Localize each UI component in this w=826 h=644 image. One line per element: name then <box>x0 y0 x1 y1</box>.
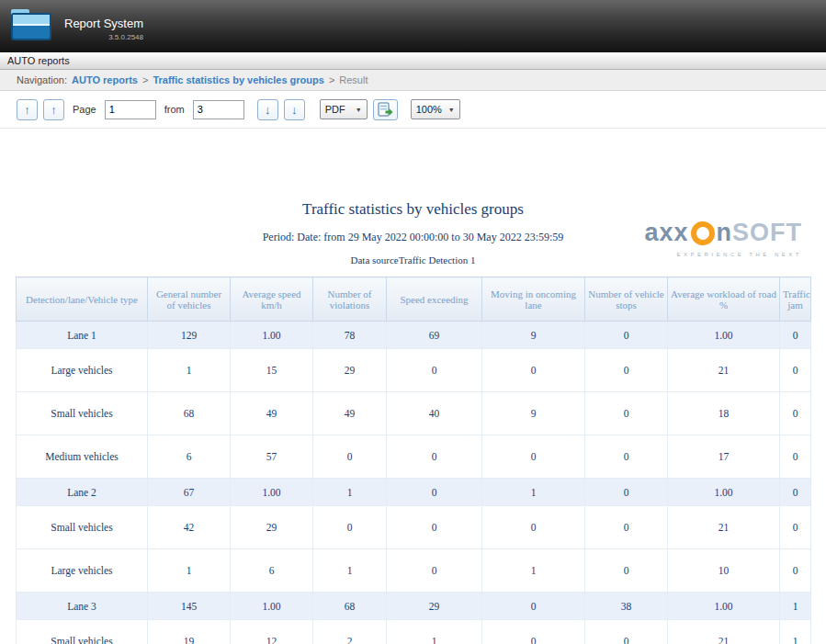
table-cell: 0 <box>482 593 585 620</box>
table-row: Small vehicles6849494090180 <box>17 392 811 435</box>
table-cell: 68 <box>148 392 231 435</box>
logo-o-ring-icon <box>691 221 715 245</box>
report-page: axx n SOFT EXPERIENCE THE NEXT Traffic s… <box>0 200 826 644</box>
table-cell: 9 <box>482 322 585 349</box>
table-cell: 29 <box>313 349 387 392</box>
column-header: Speed exceeding <box>387 277 482 322</box>
format-select[interactable]: PDF ▼ <box>320 99 368 119</box>
table-cell: 6 <box>148 435 231 479</box>
section-bar-auto-reports[interactable]: AUTO reports <box>0 52 826 70</box>
report-table-body: Lane 11291.007869901.000Large vehicles11… <box>17 322 811 644</box>
breadcrumb-item-report-name[interactable]: Traffic statistics by vehicles groups <box>153 74 323 85</box>
table-cell: 17 <box>668 435 780 479</box>
table-cell: 1 <box>313 479 387 506</box>
table-cell: 78 <box>313 322 387 349</box>
logo-text-n: n <box>717 219 733 247</box>
table-cell: 29 <box>387 593 482 620</box>
table-cell: 0 <box>780 322 811 349</box>
page-number-input[interactable] <box>105 100 156 119</box>
table-cell: 15 <box>231 349 313 392</box>
report-toolbar: ↑ ↑ Page from ↓ ↓ PDF ▼ 100% ▼ <box>0 91 826 129</box>
zoom-select-value: 100% <box>416 104 442 115</box>
table-cell: 18 <box>668 392 780 435</box>
column-header: Number of violations <box>313 277 387 322</box>
table-cell: 1 <box>482 549 585 593</box>
app-version: 3.5.0.2548 <box>64 33 143 41</box>
section-bar-label: AUTO reports <box>7 55 70 66</box>
first-page-button[interactable]: ↑ <box>17 99 38 120</box>
table-cell: Small vehicles <box>17 620 148 644</box>
table-cell: Lane 1 <box>17 322 148 349</box>
table-cell: Large vehicles <box>17 549 148 593</box>
table-cell: 145 <box>148 593 231 620</box>
zoom-select[interactable]: 100% ▼ <box>411 99 460 119</box>
table-cell: 0 <box>387 506 482 549</box>
prev-page-button[interactable]: ↑ <box>43 99 64 120</box>
table-cell: 0 <box>780 392 811 435</box>
table-cell: 1.00 <box>668 322 780 349</box>
report-table-header-row: Detection/lane/Vehicle typeGeneral numbe… <box>17 277 811 322</box>
table-cell: 9 <box>482 392 585 435</box>
table-cell: Medium vehicles <box>17 435 148 479</box>
table-cell: 0 <box>313 435 387 479</box>
chevron-down-icon: ▼ <box>356 107 362 113</box>
column-header: Detection/lane/Vehicle type <box>17 277 148 322</box>
last-page-button[interactable]: ↓ <box>284 99 305 120</box>
arrow-up-icon: ↑ <box>24 103 30 117</box>
table-row: Lane 11291.007869901.000 <box>17 322 811 349</box>
table-cell: 1 <box>313 549 387 593</box>
table-cell: Lane 2 <box>17 479 148 506</box>
breadcrumb-prefix: Navigation: <box>17 74 67 85</box>
table-cell: 1 <box>482 479 585 506</box>
table-cell: 1.00 <box>668 479 780 506</box>
table-cell: 1 <box>148 349 231 392</box>
table-cell: Large vehicles <box>17 349 148 392</box>
table-cell: 0 <box>482 506 585 549</box>
table-cell: Lane 3 <box>17 593 148 620</box>
breadcrumb-item-auto-reports[interactable]: AUTO reports <box>72 74 138 85</box>
table-cell: 0 <box>780 435 811 479</box>
table-cell: 0 <box>387 349 482 392</box>
table-row: Medium vehicles6570000170 <box>17 435 811 479</box>
table-row: Large vehicles161010100 <box>17 549 811 593</box>
table-cell: 6 <box>231 549 313 593</box>
export-button[interactable] <box>373 99 398 120</box>
table-cell: 12 <box>231 620 313 644</box>
table-cell: 0 <box>585 479 668 506</box>
table-cell: 49 <box>231 392 313 435</box>
arrow-down-icon: ↓ <box>291 103 298 117</box>
arrow-up-icon: ↑ <box>51 103 57 117</box>
table-cell: 1.00 <box>668 593 780 620</box>
axxonsoft-logo-wordmark: axx n SOFT <box>644 219 802 247</box>
table-cell: 0 <box>585 349 668 392</box>
table-cell: 0 <box>585 435 668 479</box>
table-row: Lane 31451.0068290381.001 <box>17 593 811 620</box>
table-cell: 1.00 <box>231 322 313 349</box>
page-label: Page <box>73 104 96 115</box>
table-cell: 0 <box>585 620 668 644</box>
column-header: Traffic jam <box>780 277 811 322</box>
column-header: Number of vehicle stops <box>585 277 668 322</box>
table-cell: 10 <box>668 549 780 593</box>
table-cell: 0 <box>482 435 585 479</box>
total-pages-input[interactable] <box>193 100 244 119</box>
column-header: General number of vehicles <box>148 277 231 322</box>
table-cell: 21 <box>668 506 780 549</box>
report-table: Detection/lane/Vehicle typeGeneral numbe… <box>16 277 811 644</box>
report-system-logo-icon <box>9 6 53 44</box>
table-cell: 1.00 <box>231 479 313 506</box>
logo-text-soft: SOFT <box>732 219 802 247</box>
column-header: Moving in oncoming lane <box>482 277 585 322</box>
table-cell: 38 <box>585 593 668 620</box>
report-title: Traffic statistics by vehicles groups <box>0 200 826 219</box>
table-cell: 0 <box>780 506 811 549</box>
next-page-button[interactable]: ↓ <box>257 99 278 120</box>
column-header: Average speed km/h <box>231 277 313 322</box>
table-cell: 0 <box>585 506 668 549</box>
table-cell: 57 <box>231 435 313 479</box>
table-cell: 0 <box>313 506 387 549</box>
table-cell: 0 <box>482 349 585 392</box>
chevron-down-icon: ▼ <box>448 107 455 113</box>
logo-text-axx: axx <box>644 219 688 247</box>
table-cell: 0 <box>482 620 585 644</box>
